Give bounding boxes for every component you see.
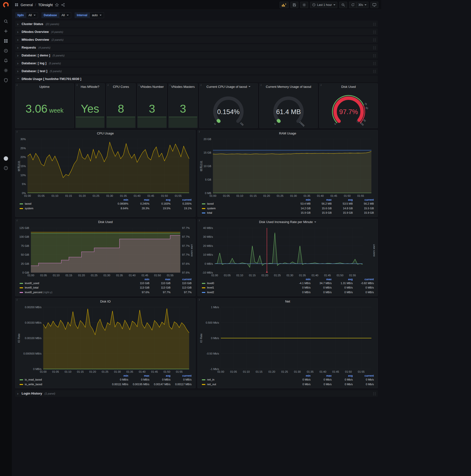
panel-title[interactable]: RAM Usage <box>279 132 296 135</box>
chart-canvas[interactable]: 01:0001:0501:1001:1501:2001:2501:3001:35… <box>199 225 375 277</box>
panel-title[interactable]: Has MNode? <box>81 85 99 89</box>
row-drag-handle[interactable] <box>373 46 376 49</box>
chart-canvas[interactable]: 01:0001:0501:1001:1501:2001:2501:3001:35… <box>199 137 375 198</box>
gauge-canvas[interactable]: 075809510097.7% <box>320 89 377 127</box>
cycle-view-button[interactable] <box>370 2 378 8</box>
info-icon[interactable]: i <box>17 298 17 301</box>
help-icon[interactable]: ? <box>4 166 8 170</box>
panel-title[interactable]: CPU Cores <box>113 85 129 89</box>
gauge-canvas[interactable]: 01589561.4 MB <box>260 89 317 127</box>
info-icon[interactable]: i <box>77 84 78 86</box>
row-login-history[interactable]: › Login History (1 panel) <box>15 390 378 397</box>
legend-header[interactable]: avg <box>333 198 354 202</box>
gauge-canvas[interactable]: 01000.154% <box>200 89 257 127</box>
legend-header[interactable]: min <box>108 198 130 202</box>
chart-canvas[interactable]: 01:0001:0501:1001:1501:2001:2501:3001:35… <box>199 305 375 374</box>
row-drag-handle[interactable] <box>373 69 376 73</box>
info-icon[interactable]: i <box>17 130 17 133</box>
legend-header[interactable]: min <box>291 374 312 377</box>
save-dashboard-button[interactable] <box>290 2 298 8</box>
row-drag-handle[interactable] <box>373 392 376 395</box>
star-icon[interactable] <box>55 3 59 7</box>
series-name[interactable]: level0_used <box>25 282 39 285</box>
chart-canvas[interactable]: 01:0001:0501:1001:1501:2001:2501:3001:35… <box>17 225 193 277</box>
dashboard-row[interactable]: ›Cluster Status(21 panels) <box>15 21 378 27</box>
info-icon[interactable]: i <box>17 84 17 86</box>
dashboards-icon[interactable] <box>4 39 8 43</box>
row-dnode-usage[interactable]: › DNode Usage [ huolinhe-TM1701:6030 ] <box>15 76 378 82</box>
legend-header[interactable]: current <box>354 277 375 281</box>
info-icon[interactable]: i <box>199 298 200 301</box>
info-icon[interactable]: i <box>17 219 17 222</box>
add-panel-button[interactable] <box>280 2 288 8</box>
panel-title[interactable]: Disk Used <box>341 85 356 89</box>
configuration-gear-icon[interactable] <box>4 68 8 73</box>
panel-title[interactable]: VNodes Masters <box>171 85 195 89</box>
time-range-picker[interactable]: Last 1 hour <box>310 2 337 8</box>
legend-header[interactable]: avg <box>151 198 172 202</box>
series-name[interactable]: io_write_taosd <box>25 383 42 386</box>
row-drag-handle[interactable] <box>373 62 376 65</box>
panel-title[interactable]: Uptime <box>39 85 50 89</box>
legend-header[interactable]: avg <box>333 374 354 377</box>
panel-title[interactable]: Current Memory Usage of taosd <box>266 85 311 89</box>
legend-header[interactable]: min <box>108 374 130 377</box>
info-icon[interactable]: i <box>321 84 321 86</box>
series-name[interactable]: io_read_taosd <box>25 378 42 381</box>
server-admin-shield-icon[interactable] <box>4 78 8 83</box>
legend-header[interactable]: max <box>312 198 333 202</box>
legend-header[interactable]: max <box>130 374 151 377</box>
series-name[interactable]: net_out <box>207 383 216 386</box>
series-name[interactable]: system <box>25 207 33 210</box>
legend-header[interactable]: min <box>130 277 151 281</box>
filter-value-dropdown[interactable]: All <box>59 12 71 18</box>
info-icon[interactable]: i <box>261 84 262 86</box>
legend-header[interactable]: current <box>172 374 193 377</box>
share-icon[interactable] <box>61 3 65 7</box>
info-icon[interactable]: i <box>201 84 202 86</box>
series-name[interactable]: level0 <box>207 282 214 285</box>
panel-title[interactable]: Current CPU Usage of taosd <box>206 85 247 89</box>
info-icon[interactable]: i <box>139 84 139 86</box>
legend-header[interactable]: current <box>354 374 375 377</box>
row-drag-handle[interactable] <box>373 30 376 34</box>
series-name[interactable]: taosd <box>207 202 214 205</box>
breadcrumb-section[interactable]: General <box>21 3 33 7</box>
series-name[interactable]: system <box>207 207 216 210</box>
series-name[interactable]: taosd <box>25 202 31 205</box>
row-drag-handle[interactable] <box>373 54 376 57</box>
series-name[interactable]: total <box>207 211 212 214</box>
chart-canvas[interactable]: 01:0001:0501:1001:1501:2001:2501:3001:35… <box>17 137 193 198</box>
panel-title[interactable]: Disk IO <box>100 300 111 303</box>
user-avatar[interactable] <box>3 156 8 161</box>
row-drag-handle[interactable] <box>373 38 376 41</box>
legend-header[interactable]: current <box>172 198 193 202</box>
filter-value-dropdown[interactable]: auto <box>89 12 104 18</box>
legend-header[interactable]: avg <box>151 374 172 377</box>
legend-header[interactable]: avg <box>333 277 354 281</box>
chart-canvas[interactable]: 01:0001:0501:1001:1501:2001:2501:3001:35… <box>17 305 193 374</box>
refresh-interval-picker[interactable]: 30s <box>356 2 369 8</box>
info-icon[interactable]: i <box>199 130 200 133</box>
panel-title[interactable]: VNodes Number <box>140 85 164 89</box>
dashboard-row[interactable]: ›Requests(4 panels) <box>15 44 378 51</box>
dashboard-row[interactable]: ›Database: [ demo ](5 panels) <box>15 52 378 59</box>
search-icon[interactable] <box>4 19 8 24</box>
series-line-level0[interactable] <box>215 233 363 267</box>
alerting-bell-icon[interactable] <box>4 58 8 63</box>
filter-value-dropdown[interactable]: All <box>26 12 38 18</box>
legend-header[interactable]: max <box>312 374 333 377</box>
legend-header[interactable]: current <box>172 277 193 281</box>
legend-header[interactable]: max <box>151 277 172 281</box>
grafana-logo[interactable] <box>0 0 12 10</box>
series-name[interactable]: level0_percent <box>25 291 42 294</box>
dashboard-row[interactable]: ›MNodes Overview(2 panels) <box>15 36 378 43</box>
explore-compass-icon[interactable] <box>4 49 8 53</box>
panel-title[interactable]: CPU Usage <box>97 132 114 135</box>
legend-header[interactable]: min <box>291 277 312 281</box>
legend-header[interactable]: max <box>312 277 333 281</box>
series-name[interactable]: level2 <box>207 291 214 294</box>
refresh-button[interactable] <box>349 2 356 8</box>
info-icon[interactable]: i <box>199 219 200 222</box>
dashboard-row[interactable]: ›Database: [ test ](5 panels) <box>15 68 378 74</box>
